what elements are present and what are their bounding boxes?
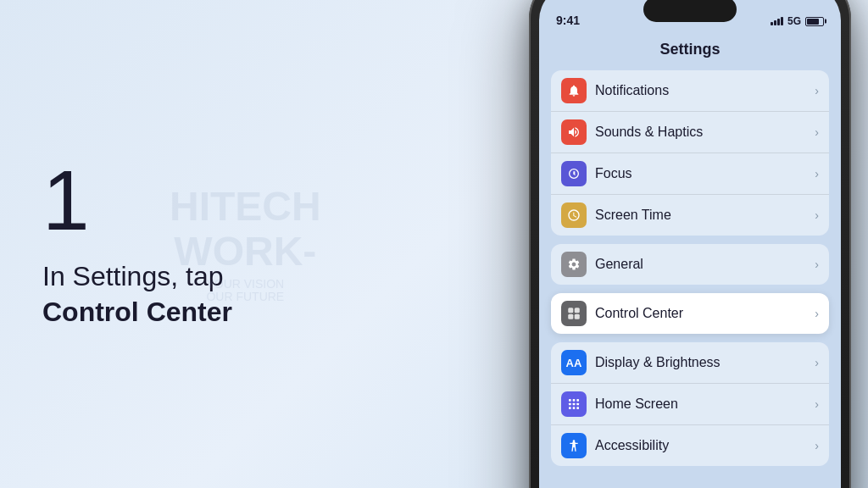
settings-group-4: AA Display & Brightness › — [551, 342, 829, 466]
svg-rect-4 — [569, 399, 571, 402]
battery-indicator — [805, 17, 824, 26]
settings-item-screentime[interactable]: Screen Time › — [551, 195, 829, 236]
general-icon — [561, 252, 587, 277]
screen-content: Settings Notifications › — [539, 34, 841, 488]
instruction-highlight: Control Center — [42, 297, 232, 327]
settings-item-notifications[interactable]: Notifications › — [551, 70, 829, 112]
settings-item-focus[interactable]: Focus › — [551, 153, 829, 195]
svg-rect-2 — [568, 314, 573, 319]
sounds-chevron: › — [815, 125, 819, 139]
notifications-chevron: › — [815, 84, 819, 97]
signal-bar-2 — [774, 20, 776, 25]
svg-rect-1 — [575, 308, 580, 313]
display-chevron: › — [815, 356, 819, 369]
settings-group-controlcenter: Control Center › — [551, 293, 829, 334]
signal-bars — [771, 17, 783, 25]
accessibility-icon — [561, 433, 587, 458]
controlcenter-icon — [561, 301, 587, 326]
screentime-icon — [561, 202, 587, 228]
status-time: 9:41 — [556, 14, 580, 27]
svg-rect-9 — [576, 403, 579, 406]
phone-device: 9:41 5G Settings — [529, 0, 851, 488]
battery-fill — [807, 19, 819, 25]
general-chevron: › — [815, 258, 819, 271]
dynamic-island — [643, 0, 737, 22]
display-label: Display & Brightness — [595, 355, 811, 370]
signal-type: 5G — [787, 15, 801, 27]
signal-bar-4 — [781, 17, 783, 25]
screentime-chevron: › — [815, 208, 819, 222]
homescreen-icon — [561, 391, 587, 417]
notifications-label: Notifications — [595, 83, 811, 98]
general-label: General — [595, 257, 811, 272]
svg-rect-7 — [569, 403, 571, 406]
instruction-line1: In Settings, tap — [42, 261, 223, 291]
svg-rect-5 — [573, 399, 576, 402]
controlcenter-label: Control Center — [595, 306, 811, 321]
svg-rect-6 — [576, 399, 579, 402]
sounds-label: Sounds & Haptics — [595, 125, 811, 140]
signal-bar-1 — [771, 22, 773, 25]
notifications-icon — [561, 78, 587, 103]
focus-icon — [561, 161, 587, 186]
svg-rect-10 — [569, 407, 571, 409]
status-icons: 5G — [771, 15, 824, 27]
instruction-text: In Settings, tap Control Center — [42, 259, 356, 330]
instruction-panel: 1 In Settings, tap Control Center — [0, 124, 398, 363]
signal-bar-3 — [777, 19, 780, 25]
phone-wrapper: 9:41 5G Settings — [529, 0, 868, 488]
screentime-label: Screen Time — [595, 208, 811, 223]
settings-item-sounds[interactable]: Sounds & Haptics › — [551, 112, 829, 153]
settings-item-accessibility[interactable]: Accessibility › — [551, 425, 829, 466]
sounds-icon — [561, 119, 587, 145]
settings-list: Notifications › Sounds & Haptics › — [539, 70, 841, 474]
homescreen-chevron: › — [815, 397, 819, 411]
display-icon: AA — [561, 350, 587, 375]
svg-rect-12 — [576, 407, 579, 409]
svg-rect-11 — [573, 407, 576, 409]
settings-item-display[interactable]: AA Display & Brightness › — [551, 342, 829, 384]
controlcenter-chevron: › — [815, 307, 819, 320]
svg-rect-0 — [568, 308, 573, 313]
settings-item-controlcenter[interactable]: Control Center › — [551, 293, 829, 334]
svg-rect-8 — [573, 403, 576, 406]
settings-group-1: Notifications › Sounds & Haptics › — [551, 70, 829, 236]
homescreen-label: Home Screen — [595, 396, 811, 412]
focus-chevron: › — [815, 167, 819, 180]
accessibility-chevron: › — [815, 439, 819, 452]
focus-label: Focus — [595, 166, 811, 181]
settings-item-homescreen[interactable]: Home Screen › — [551, 384, 829, 425]
step-number: 1 — [42, 158, 356, 242]
settings-item-general[interactable]: General › — [551, 244, 829, 285]
settings-title: Settings — [539, 34, 841, 70]
phone-screen: 9:41 5G Settings — [539, 0, 841, 488]
settings-group-2: General › — [551, 244, 829, 285]
accessibility-label: Accessibility — [595, 438, 811, 453]
svg-rect-3 — [575, 314, 580, 319]
